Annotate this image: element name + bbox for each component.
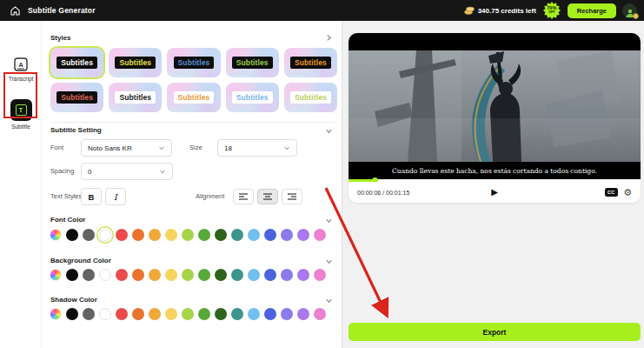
chevron-down-icon [158,144,165,151]
italic-button[interactable]: I [105,188,126,205]
color-dot[interactable] [165,229,177,241]
video-preview[interactable]: Cuando llevas este hacha, nos estás cort… [349,33,641,179]
color-dot[interactable] [264,269,276,281]
style-swatch[interactable]: Subtitles [226,48,279,77]
cc-button[interactable]: CC [605,188,619,197]
color-dot[interactable] [149,229,161,241]
style-swatch[interactable]: Subtitles [167,48,220,77]
color-dot[interactable] [297,269,309,281]
spacing-select[interactable]: 0 [81,163,173,180]
subtitle-icon: T [10,99,32,121]
color-dot[interactable] [281,269,293,281]
style-swatch-label: Subtitles [232,57,273,69]
color-dot[interactable] [116,229,128,241]
color-dot[interactable] [264,229,276,241]
color-dot[interactable] [132,269,144,281]
color-dot[interactable] [182,229,194,241]
style-swatch[interactable]: Subtitles [50,48,103,77]
style-swatch-label: Subtitles [174,57,215,69]
style-swatch[interactable]: Subtitles [284,83,337,112]
style-swatch[interactable]: Subtitles [284,48,337,77]
size-label: Size [189,144,202,151]
color-dot[interactable] [281,308,293,320]
background-color-title: Background Color [50,257,111,264]
color-dot[interactable] [182,308,194,320]
style-swatch-label: Subtitles [174,91,215,104]
bold-button[interactable]: B [81,188,102,205]
color-dot[interactable] [165,269,177,281]
font-label: Font [50,144,63,151]
style-swatch[interactable]: Subtitles [226,83,279,112]
color-dot[interactable] [248,308,260,320]
color-dot[interactable] [281,229,293,241]
export-button[interactable]: Export [349,323,641,341]
color-dot[interactable] [149,308,161,320]
color-dot[interactable] [215,229,227,241]
font-select[interactable]: Noto Sans KR [81,139,172,157]
color-dot[interactable] [99,269,111,281]
style-swatch[interactable]: Subtitles [50,83,103,112]
background-color-palette [50,269,326,281]
style-swatch-label: Subtitles [115,91,156,104]
promo-badge[interactable]: 70%OFF [542,1,561,20]
color-dot[interactable] [116,308,128,320]
color-dot[interactable] [165,308,177,320]
recharge-button[interactable]: Recharge [568,3,616,18]
alignment-label: Alignment [196,192,224,200]
color-dot[interactable] [198,308,210,320]
sidebar-item-subtitle[interactable]: T Subtitle [0,99,42,130]
color-dot[interactable] [99,308,111,320]
topbar: Subtitle Generator 340.75 credits left 7… [0,0,644,21]
color-dot[interactable] [198,269,210,281]
color-dot[interactable] [215,308,227,320]
align-right-button[interactable] [282,189,302,204]
chevron-right-icon[interactable] [325,34,333,42]
video-player-card: Cuando llevas este hacha, nos estás cort… [349,33,641,203]
color-dot[interactable] [99,229,111,241]
color-dot[interactable] [215,269,227,281]
align-left-button[interactable] [233,189,254,204]
color-dot[interactable] [248,269,260,281]
color-dot[interactable] [66,269,78,281]
color-dot[interactable] [314,308,326,320]
home-button[interactable] [7,3,23,18]
color-dot[interactable] [198,229,210,241]
color-dot[interactable] [149,269,161,281]
color-dot[interactable] [116,269,128,281]
chevron-down-icon[interactable] [325,127,333,135]
color-dot[interactable] [231,229,243,241]
color-dot[interactable] [231,308,243,320]
color-dot[interactable] [297,308,309,320]
color-dot[interactable] [132,308,144,320]
color-dot[interactable] [66,229,78,241]
color-dot[interactable] [314,229,326,241]
style-swatch[interactable]: Subtitles [109,83,162,112]
user-avatar[interactable] [622,3,637,18]
chevron-down-icon[interactable] [325,217,333,224]
sidebar-item-transcript[interactable]: A Transcript [0,56,42,82]
align-center-button[interactable] [257,189,278,204]
avatar-coin-badge [633,13,639,19]
color-dot[interactable] [314,269,326,281]
color-dot[interactable] [83,229,95,241]
color-dot[interactable] [264,308,276,320]
color-dot[interactable] [66,308,78,320]
custom-color-picker-dot[interactable] [50,269,62,281]
custom-color-picker-dot[interactable] [50,229,62,241]
play-button[interactable]: ▶ [491,188,498,197]
color-dot[interactable] [231,269,243,281]
color-dot[interactable] [182,269,194,281]
color-dot[interactable] [248,229,260,241]
custom-color-picker-dot[interactable] [50,308,62,320]
color-dot[interactable] [297,229,309,241]
color-dot[interactable] [83,308,95,320]
size-select[interactable]: 18 [217,139,297,157]
chevron-down-icon[interactable] [325,258,333,265]
left-rail: A Transcript T Subtitle [0,21,42,348]
chevron-down-icon[interactable] [325,297,333,304]
style-swatch[interactable]: Subtitles [167,83,220,112]
color-dot[interactable] [132,229,144,241]
settings-gear-icon[interactable]: ⚙ [623,188,632,197]
color-dot[interactable] [83,269,95,281]
style-swatch[interactable]: Subtitles [109,48,162,77]
